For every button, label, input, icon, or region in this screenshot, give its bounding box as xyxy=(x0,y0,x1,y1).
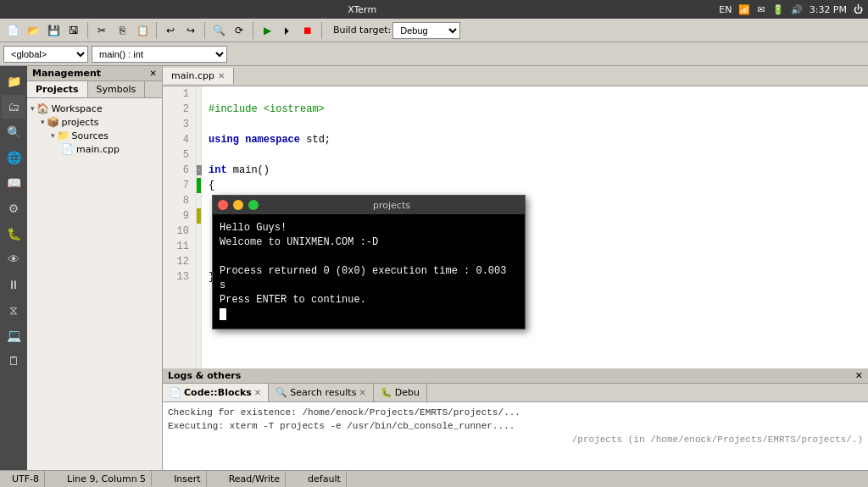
log-line-3: /projects (in /home/enock/Projects/EMRTS… xyxy=(572,433,863,446)
sidebar-icon-mgmt[interactable]: 🗂 xyxy=(2,95,25,119)
logs-tab-search[interactable]: 🔍 Search results ✕ xyxy=(269,384,374,401)
sources-label: Sources xyxy=(72,130,109,141)
editor-tab-close-btn[interactable]: ✕ xyxy=(218,71,225,80)
terminal-line-4: Process returned 0 (0x0) execution time … xyxy=(220,264,518,293)
line-numbers: 12345 678910 111213 xyxy=(163,86,197,368)
new-file-btn[interactable]: 📄 xyxy=(3,21,22,40)
title-bar: XTerm EN 📶 ✉ 🔋 🔊 3:32 PM ⏻ xyxy=(0,0,868,19)
debug-btn[interactable]: ⏵ xyxy=(278,21,297,40)
toolbar-main: 📄 📂 💾 🖫 ✂ ⎘ 📋 ↩ ↪ 🔍 ⟳ ▶ ⏵ ⏹ Build target… xyxy=(0,19,868,42)
management-title: Management xyxy=(32,68,101,79)
tree-projects[interactable]: ▾ 📦 projects xyxy=(31,115,159,129)
email-icon: ✉ xyxy=(757,4,765,15)
workspace-icon: 🏠 xyxy=(36,102,49,114)
logs-title: Logs & others xyxy=(168,370,241,381)
term-maximize-btn[interactable] xyxy=(248,200,259,210)
sep2 xyxy=(156,22,157,39)
build-target-label: Build target: xyxy=(333,25,391,36)
undo-btn[interactable]: ↩ xyxy=(161,21,180,40)
logs-content: Checking for existence: /home/enock/Proj… xyxy=(163,402,868,470)
terminal-window[interactable]: projects Hello Guys! Welcome to UNIXMEN.… xyxy=(212,195,526,329)
log-line-2: Executing: xterm -T projects -e /usr/bin… xyxy=(168,419,863,433)
copy-btn[interactable]: ⎘ xyxy=(113,21,131,40)
term-minimize-btn[interactable] xyxy=(233,200,243,210)
logs-header: Logs & others ✕ xyxy=(163,368,868,384)
sidebar-icon-mem[interactable]: 🗒 xyxy=(2,349,25,373)
management-panel: Management ✕ Projects Symbols ▾ 🏠 Worksp… xyxy=(27,66,163,470)
sep3 xyxy=(204,22,205,39)
volume-icon: 🔊 xyxy=(791,4,803,15)
search-results-label: Search results xyxy=(290,387,356,398)
find-btn[interactable]: 🔍 xyxy=(209,21,228,40)
management-tab-bar: Projects Symbols xyxy=(27,81,162,98)
debug-tab-icon: 🐛 xyxy=(381,387,392,398)
sources-icon: 📁 xyxy=(57,130,70,141)
tab-symbols[interactable]: Symbols xyxy=(88,81,146,97)
replace-btn[interactable]: ⟳ xyxy=(230,21,248,40)
keyboard-icon: EN xyxy=(719,4,732,15)
run-btn[interactable]: ▶ xyxy=(258,21,276,40)
sidebar-icon-search[interactable]: 🔍 xyxy=(2,120,25,144)
editor-tab-label: main.cpp xyxy=(171,70,214,81)
open-file-btn[interactable]: 📂 xyxy=(24,21,42,40)
global-combo[interactable]: <global> xyxy=(3,46,88,63)
save-all-btn[interactable]: 🖫 xyxy=(64,21,83,40)
debug-tab-label: Debu xyxy=(395,387,420,398)
wifi-icon: 📶 xyxy=(738,4,750,15)
status-mode: Insert xyxy=(169,471,207,487)
sidebar-icon-file[interactable]: 📁 xyxy=(2,69,25,93)
sidebar-icon-cpu[interactable]: 💻 xyxy=(2,324,25,347)
logs-close-btn[interactable]: ✕ xyxy=(855,370,863,381)
tree-sources[interactable]: ▾ 📁 Sources xyxy=(31,129,159,142)
logs-tabs: 📄 Code::Blocks ✕ 🔍 Search results ✕ 🐛 De… xyxy=(163,384,868,402)
redo-btn[interactable]: ↪ xyxy=(181,21,200,40)
save-btn[interactable]: 💾 xyxy=(44,21,63,40)
sep5 xyxy=(321,22,322,39)
status-bar: UTF-8 Line 9, Column 5 Insert Read/Write… xyxy=(0,470,868,487)
function-combo[interactable]: main() : int xyxy=(92,46,227,63)
projects-label: projects xyxy=(62,117,99,128)
sidebar-icon-tools[interactable]: ⚙ xyxy=(2,196,25,220)
editor-tab-maincpp[interactable]: main.cpp ✕ xyxy=(163,68,234,84)
sep4 xyxy=(253,22,253,39)
terminal-cursor xyxy=(220,308,226,320)
management-close-btn[interactable]: ✕ xyxy=(150,69,157,78)
cut-btn[interactable]: ✂ xyxy=(92,21,111,40)
terminal-line-2: Welcome to UNIXMEN.COM :-D xyxy=(220,235,518,250)
log-line-1: Checking for existence: /home/enock/Proj… xyxy=(168,406,863,419)
sidebar-icon-globe[interactable]: 🌐 xyxy=(2,146,25,169)
term-close-btn[interactable] xyxy=(218,200,228,210)
sidebar-icon-thread[interactable]: ⧖ xyxy=(2,298,25,322)
logs-section: Logs & others ✕ 📄 Code::Blocks ✕ 🔍 Searc… xyxy=(163,368,868,470)
sidebar-icon-debug[interactable]: 🐛 xyxy=(2,222,25,246)
workspace-label: Workspace xyxy=(52,103,103,114)
status-permission: Read/Write xyxy=(224,471,286,487)
terminal-body[interactable]: Hello Guys! Welcome to UNIXMEN.COM :-D P… xyxy=(213,214,525,329)
project-tree: ▾ 🏠 Workspace ▾ 📦 projects ▾ 📁 Sources 📄… xyxy=(27,98,162,470)
search-close[interactable]: ✕ xyxy=(359,388,365,397)
status-type: default xyxy=(303,471,347,487)
tab-projects[interactable]: Projects xyxy=(27,81,88,97)
file-icon: 📄 xyxy=(61,143,74,155)
editor-tabs: main.cpp ✕ xyxy=(163,66,868,86)
terminal-title: projects xyxy=(264,200,520,211)
tree-workspace[interactable]: ▾ 🏠 Workspace xyxy=(31,102,159,115)
logs-tab-debug[interactable]: 🐛 Debu xyxy=(374,384,427,401)
clock: 3:32 PM xyxy=(810,4,847,15)
workspace-arrow: ▾ xyxy=(31,104,35,113)
codeblocks-close[interactable]: ✕ xyxy=(254,388,261,397)
stop-btn[interactable]: ⏹ xyxy=(298,21,317,40)
projects-icon: 📦 xyxy=(47,116,59,128)
tree-maincpp[interactable]: 📄 main.cpp xyxy=(31,142,159,156)
paste-btn[interactable]: 📋 xyxy=(133,21,152,40)
codeblocks-icon: 📄 xyxy=(170,387,181,398)
sidebar-icon-book[interactable]: 📖 xyxy=(2,171,25,195)
sidebar-icon-watch[interactable]: 👁 xyxy=(2,247,25,271)
build-target-combo[interactable]: Debug xyxy=(392,22,460,39)
terminal-line-1: Hello Guys! xyxy=(220,221,518,235)
logs-tab-codeblocks[interactable]: 📄 Code::Blocks ✕ xyxy=(163,384,269,401)
title-bar-right: EN 📶 ✉ 🔋 🔊 3:32 PM ⏻ xyxy=(719,4,863,15)
sidebar-icon-break[interactable]: ⏸ xyxy=(2,273,25,296)
toolbar-secondary: <global> main() : int xyxy=(0,42,868,66)
management-header: Management ✕ xyxy=(27,66,162,81)
